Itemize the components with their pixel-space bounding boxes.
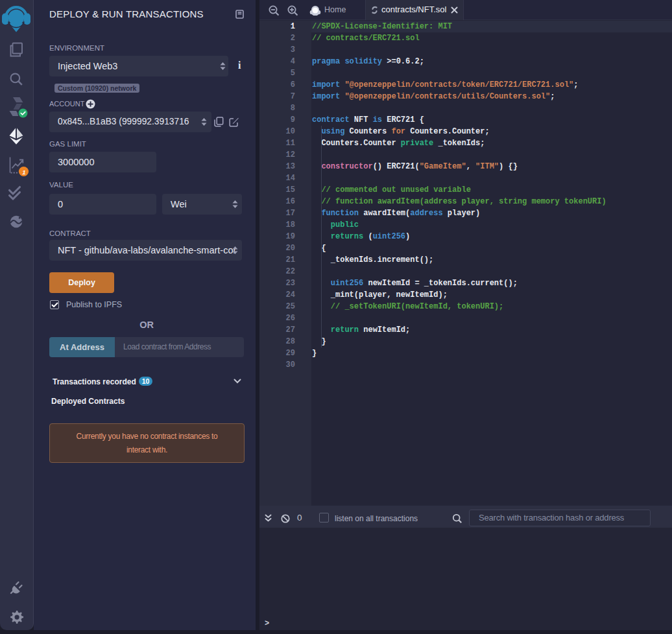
svg-text:1: 1 xyxy=(22,169,25,176)
